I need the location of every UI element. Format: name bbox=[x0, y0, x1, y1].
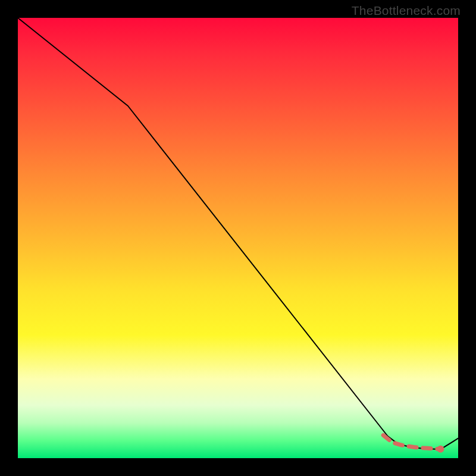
black-curve-line bbox=[18, 18, 458, 449]
watermark-brand: TheBottleneck.com bbox=[352, 4, 461, 18]
plot-area bbox=[18, 18, 458, 458]
chart-overlay bbox=[18, 18, 458, 458]
secondary-dashed-line bbox=[383, 436, 440, 449]
end-marker-group bbox=[437, 446, 444, 453]
marker-end-point bbox=[437, 446, 444, 453]
chart-stage: TheBottleneck.com bbox=[0, 0, 476, 476]
